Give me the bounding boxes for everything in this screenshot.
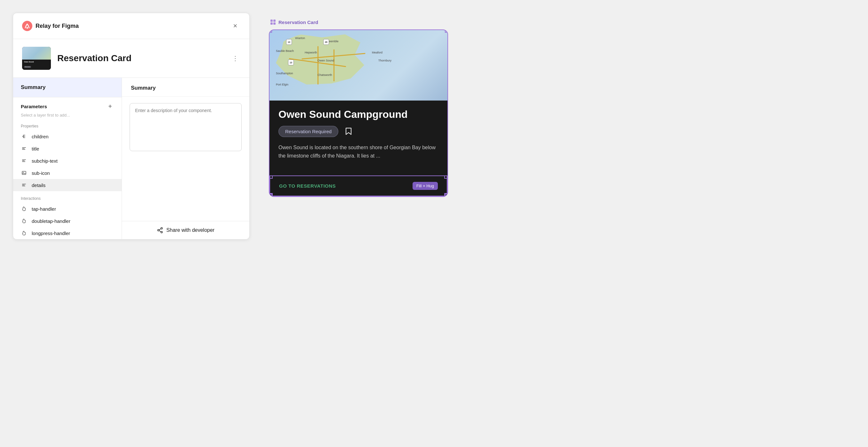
svg-rect-7 (22, 161, 25, 162)
thumb-dark: Owen Sound Reservation (22, 60, 51, 70)
sidebar-item-doubletap-handler[interactable]: doubletap-handler (13, 215, 122, 227)
map-highway-1: 10 (286, 39, 292, 45)
bookmark-button[interactable] (343, 125, 354, 137)
reservation-badge: Reservation Required (278, 126, 338, 137)
svg-line-17 (159, 231, 161, 232)
details-text-icon (21, 182, 27, 188)
thumb-title: Owen Sound (24, 61, 49, 63)
share-button[interactable]: Share with developer (157, 227, 214, 233)
map-label-sauble: Sauble Beach (276, 49, 294, 53)
component-figma-icon (270, 19, 276, 25)
sidebar-tab-summary[interactable]: Summary (13, 78, 122, 97)
svg-rect-6 (22, 160, 25, 161)
subchip-text-icon (21, 157, 27, 164)
sidebar-item-sub-icon[interactable]: sub-icon (13, 167, 122, 179)
add-icon: + (108, 103, 112, 110)
svg-rect-5 (22, 159, 26, 160)
reservation-card: Wiarton Keemble Sauble Beach Hepworth Me… (269, 29, 448, 197)
tap-handler-icon (21, 206, 27, 212)
svg-rect-21 (273, 22, 276, 25)
card-badges: Reservation Required (278, 125, 438, 137)
sidebar: Summary Parameters + Select a layer firs… (13, 78, 122, 239)
card-content: Owen Sound Campground Reservation Requir… (270, 100, 447, 176)
sidebar-item-children[interactable]: children (13, 130, 122, 143)
details-label: details (32, 182, 45, 188)
description-textarea[interactable] (130, 103, 242, 151)
subchip-label: subchip-text (32, 158, 58, 163)
sidebar-item-subchip[interactable]: subchip-text (13, 155, 122, 167)
card-map: Wiarton Keemble Sauble Beach Hepworth Me… (270, 30, 447, 100)
children-label: children (32, 134, 49, 139)
map-highway-2: 26 (323, 39, 329, 45)
app-title-area: Relay for Figma (22, 21, 79, 31)
map-label-thornbury: Thornbury (378, 59, 392, 62)
svg-point-15 (157, 230, 159, 231)
component-header: Owen Sound Reservation Reservation Card … (13, 39, 249, 78)
go-to-reservations-label[interactable]: GO TO RESERVATIONS (279, 183, 336, 188)
title-label: title (32, 146, 39, 151)
map-highway-3: 10 (288, 60, 294, 65)
select-hint: Select a layer first to add... (13, 113, 122, 121)
sidebar-item-tap-handler[interactable]: tap-handler (13, 203, 122, 215)
svg-rect-3 (22, 148, 25, 149)
share-label: Share with developer (166, 227, 214, 233)
right-panel: Reservation Card Wiarton Keemble Sauble … (269, 13, 855, 203)
sidebar-item-longpress-handler[interactable]: longpress-handler (13, 227, 122, 239)
relay-icon (22, 21, 32, 31)
footer-corner-tr (444, 176, 447, 179)
map-label-southampton: Southampton (276, 72, 293, 75)
svg-line-16 (159, 229, 161, 230)
svg-point-0 (22, 21, 32, 31)
app-header: Relay for Figma × (13, 13, 249, 39)
thumb-badge: Reservation (24, 66, 31, 68)
footer-corner-tl (270, 176, 273, 179)
card-description: Owen Sound is located on the southern sh… (278, 144, 438, 160)
sidebar-item-title[interactable]: title (13, 143, 122, 155)
svg-point-9 (23, 172, 23, 173)
component-thumbnail: Owen Sound Reservation (22, 47, 51, 70)
sidebar-item-details[interactable]: details (13, 179, 122, 191)
main-section-title: Summary (122, 78, 249, 97)
tap-handler-label: tap-handler (32, 206, 56, 212)
card-title: Owen Sound Campground (278, 108, 438, 120)
more-icon: ⋮ (232, 54, 239, 62)
children-icon (21, 133, 27, 140)
more-button[interactable]: ⋮ (230, 53, 240, 63)
close-button[interactable]: × (230, 21, 240, 31)
svg-rect-10 (22, 184, 26, 184)
share-footer: Share with developer (122, 221, 249, 239)
svg-rect-4 (22, 149, 25, 150)
doubletap-handler-icon (21, 218, 27, 224)
component-title: Reservation Card (57, 53, 131, 63)
component-info: Owen Sound Reservation Reservation Card (22, 47, 131, 70)
svg-rect-12 (22, 186, 25, 186)
svg-rect-2 (22, 147, 26, 148)
interactions-section-label: Interactions (13, 191, 122, 203)
parameters-section: Parameters + (13, 97, 122, 113)
share-icon (157, 227, 163, 233)
add-parameter-button[interactable]: + (106, 102, 114, 110)
doubletap-handler-label: doubletap-handler (32, 218, 70, 224)
map-label-meaford: Meaford (372, 51, 382, 54)
parameters-label: Parameters (21, 104, 47, 109)
map-road-4 (334, 49, 335, 81)
longpress-handler-icon (21, 230, 27, 236)
component-label-text: Reservation Card (278, 20, 318, 25)
card-footer: GO TO RESERVATIONS Fill × Hug (270, 176, 447, 196)
reservation-badge-text: Reservation Required (285, 129, 332, 134)
sub-icon-image-icon (21, 170, 27, 176)
svg-rect-8 (22, 171, 26, 175)
svg-point-1 (27, 27, 28, 29)
map-label-wiarton: Wiarton (295, 36, 305, 40)
description-area (130, 103, 242, 214)
app-name: Relay for Figma (35, 23, 79, 29)
relay-logo: Relay for Figma (22, 21, 79, 31)
title-text-icon (21, 145, 27, 152)
svg-rect-20 (271, 22, 273, 25)
panel-body: Summary Parameters + Select a layer firs… (13, 78, 249, 239)
corner-marker-br (445, 194, 448, 197)
sub-icon-label: sub-icon (32, 170, 50, 176)
map-label-owen-sound: Owen Sound (317, 59, 334, 62)
close-icon: × (233, 22, 238, 30)
map-label-hepworth: Hepworth (305, 51, 317, 54)
